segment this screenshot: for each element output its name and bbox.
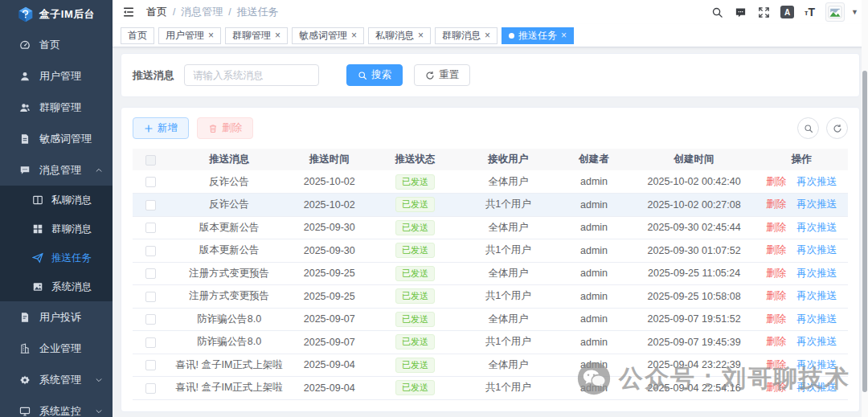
tab-close-icon[interactable]: × <box>485 31 490 40</box>
delete-row-link[interactable]: 删除 <box>766 176 786 187</box>
row-checkbox[interactable] <box>145 177 156 187</box>
repush-link[interactable]: 再次推送 <box>796 382 837 393</box>
sidebar-item-label: 用户管理 <box>39 69 103 84</box>
sidebar-item-group-messages[interactable]: 群聊消息 <box>0 215 113 243</box>
table-row[interactable]: 喜讯! 盒子IM正式上架啦 2025-09-04 已发送 全体用户 admin … <box>133 354 848 377</box>
tab-群聊管理[interactable]: 群聊管理 × <box>225 27 288 44</box>
table-row[interactable]: 版本更新公告 2025-09-30 已发送 共1个用户 admin 2025-0… <box>133 239 848 263</box>
table-panel: 新增 删除 推送消息推送时间推送状态接收用户创建者创建时间操作 <box>121 107 860 412</box>
repush-link[interactable]: 再次推送 <box>796 313 837 325</box>
delete-row-link[interactable]: 删除 <box>766 290 786 301</box>
table-row[interactable]: 版本更新公告 2025-09-30 已发送 全体用户 admin 2025-09… <box>133 216 848 239</box>
row-checkbox[interactable] <box>145 337 156 348</box>
delete-row-link[interactable]: 删除 <box>766 382 786 393</box>
repush-link[interactable]: 再次推送 <box>796 198 837 210</box>
delete-row-link[interactable]: 删除 <box>766 359 786 370</box>
delete-button[interactable]: 删除 <box>197 117 253 139</box>
fullscreen-icon[interactable] <box>757 6 770 18</box>
select-all-checkbox[interactable] <box>145 155 156 166</box>
delete-row-link[interactable]: 删除 <box>766 313 786 325</box>
translate-icon[interactable]: A <box>780 6 794 18</box>
delete-row-link[interactable]: 删除 <box>766 198 786 210</box>
table-row[interactable]: 防诈骗公告8.0 2025-09-07 已发送 全体用户 admin 2025-… <box>133 308 848 331</box>
breadcrumb-item[interactable]: 首页 <box>146 5 167 19</box>
scrollbar-thumb[interactable] <box>862 71 867 392</box>
row-checkbox[interactable] <box>145 223 156 233</box>
search-icon[interactable] <box>710 6 723 18</box>
sidebar-item-system-management[interactable]: 系统管理 <box>0 364 113 395</box>
search-button[interactable]: 搜索 <box>346 64 403 86</box>
status-badge: 已发送 <box>395 334 435 350</box>
row-checkbox[interactable] <box>145 268 156 279</box>
tab-群聊消息[interactable]: 群聊消息 × <box>435 27 497 44</box>
app-title: 盒子IM后台 <box>39 7 95 22</box>
sidebar-item-system-monitor[interactable]: 系统监控 <box>0 395 113 417</box>
row-checkbox[interactable] <box>145 246 156 256</box>
font-size-icon[interactable]: т T <box>805 6 815 18</box>
sidebar-item-label: 首页 <box>39 38 103 52</box>
tab-close-icon[interactable]: × <box>351 31 357 40</box>
sidebar-toggle-icon[interactable] <box>122 5 137 19</box>
tab-close-icon[interactable]: × <box>275 31 280 40</box>
push-message-input[interactable] <box>184 64 319 86</box>
row-checkbox[interactable] <box>145 314 156 325</box>
row-checkbox[interactable] <box>145 360 156 370</box>
sidebar-item-private-messages[interactable]: 私聊消息 <box>0 186 113 215</box>
sidebar-item-sensitive-words-management[interactable]: 敏感词管理 <box>0 123 113 154</box>
tab-close-icon[interactable]: × <box>561 31 567 40</box>
sidebar-item-message-management[interactable]: 消息管理 <box>0 154 113 186</box>
tab-用户管理[interactable]: 用户管理 × <box>158 27 221 44</box>
sidebar-item-label: 用户投诉 <box>39 310 103 325</box>
column-header: 推送状态 <box>369 149 462 170</box>
cell-receiver: 全体用户 <box>461 262 555 285</box>
user-menu[interactable]: ▼ <box>825 2 858 22</box>
active-tab-dot-icon <box>509 33 514 39</box>
repush-link[interactable]: 再次推送 <box>796 222 837 233</box>
table-row[interactable]: 反诈公告 2025-10-02 已发送 共1个用户 admin 2025-10-… <box>133 194 848 217</box>
tab-首页[interactable]: 首页 <box>121 27 154 44</box>
row-checkbox[interactable] <box>145 383 156 394</box>
row-checkbox[interactable] <box>145 292 156 302</box>
table-row[interactable]: 喜讯! 盒子IM正式上架啦 2025-09-04 已发送 共1个用户 admin… <box>133 377 848 400</box>
refresh-table-button[interactable] <box>826 117 848 139</box>
row-checkbox[interactable] <box>145 200 156 211</box>
repush-link[interactable]: 再次推送 <box>796 336 837 347</box>
avatar[interactable] <box>825 2 845 22</box>
repush-link[interactable]: 再次推送 <box>796 176 837 187</box>
add-button[interactable]: 新增 <box>133 117 189 139</box>
table-row[interactable]: 防诈骗公告8.0 2025-09-07 已发送 共1个用户 admin 2025… <box>133 331 848 354</box>
repush-link[interactable]: 再次推送 <box>796 359 837 370</box>
app-logo[interactable]: 盒子IM后台 <box>0 0 113 29</box>
breadcrumb-item[interactable]: 消息管理 <box>181 5 223 19</box>
delete-row-link[interactable]: 删除 <box>766 244 786 256</box>
tab-close-icon[interactable]: × <box>208 31 214 40</box>
sidebar-item-home[interactable]: 首页 <box>0 29 113 60</box>
table-row[interactable]: 反诈公告 2025-10-02 已发送 全体用户 admin 2025-10-0… <box>133 170 848 194</box>
sidebar-item-user-complaints[interactable]: 用户投诉 <box>0 301 113 333</box>
repush-link[interactable]: 再次推送 <box>796 244 837 256</box>
reset-button[interactable]: 重置 <box>414 64 470 86</box>
delete-row-link[interactable]: 删除 <box>766 268 786 279</box>
breadcrumb-item[interactable]: 推送任务 <box>237 5 279 19</box>
sidebar-item-push-tasks[interactable]: 推送任务 <box>0 243 113 272</box>
tab-敏感词管理[interactable]: 敏感词管理 × <box>292 27 364 44</box>
sidebar-item-user-management[interactable]: 用户管理 <box>0 60 113 92</box>
delete-row-link[interactable]: 删除 <box>766 336 786 347</box>
repush-link[interactable]: 再次推送 <box>796 268 837 279</box>
cell-push-date: 2025-09-30 <box>290 239 369 263</box>
sidebar-item-group-chat-management[interactable]: 群聊管理 <box>0 92 113 123</box>
tab-推送任务[interactable]: 推送任务 × <box>502 27 574 44</box>
sidebar-item-system-messages[interactable]: 系统消息 <box>0 272 113 301</box>
table-row[interactable]: 注册方式变更预告 2025-09-25 已发送 全体用户 admin 2025-… <box>133 262 848 285</box>
sidebar-menu: 首页 用户管理 群聊管理 敏感词管理 消息管理 私聊消息 群聊消息 推送任务 系… <box>0 29 113 417</box>
table-row[interactable]: 注册方式变更预告 2025-09-25 已发送 共1个用户 admin 2025… <box>133 285 848 309</box>
user-menu-caret-icon[interactable]: ▼ <box>851 8 858 16</box>
toggle-search-button[interactable] <box>797 117 819 139</box>
delete-row-link[interactable]: 删除 <box>766 222 786 233</box>
repush-link[interactable]: 再次推送 <box>796 290 837 301</box>
monitor-icon <box>19 406 31 417</box>
sidebar-item-enterprise-management[interactable]: 企业管理 <box>0 333 113 364</box>
tab-close-icon[interactable]: × <box>418 31 424 40</box>
message-icon[interactable] <box>734 6 747 18</box>
tab-私聊消息[interactable]: 私聊消息 × <box>368 27 431 44</box>
